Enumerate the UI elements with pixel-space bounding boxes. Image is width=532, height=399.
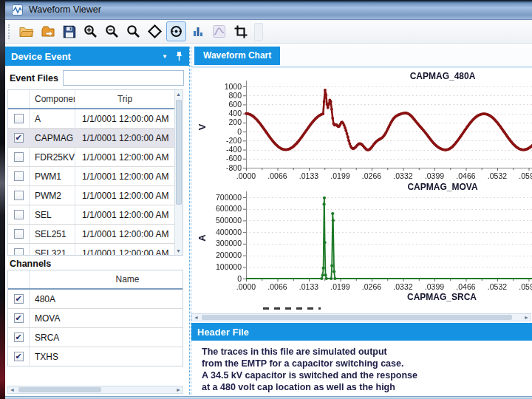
waveform-viewer-window: Waveform Viewer	[0, 0, 532, 399]
tab-waveform-chart[interactable]: Waveform Chart	[194, 47, 280, 65]
row-checkbox[interactable]: ✔	[14, 294, 24, 304]
pan-center-icon[interactable]	[166, 21, 186, 41]
row-checkbox[interactable]: ✔	[14, 133, 24, 143]
zoom-out-icon[interactable]	[102, 21, 122, 41]
window-title: Waveform Viewer	[29, 4, 101, 15]
header-file-line: A 34.5 kV capacitor is switched and the …	[202, 369, 532, 381]
floppy-glyph	[62, 24, 77, 39]
header-file-text: The traces in this file are simulated ou…	[191, 341, 532, 398]
header-file-title: Header File	[197, 327, 249, 338]
table-row[interactable]: ✔TXHS	[8, 347, 183, 366]
tab-strip: Waveform Chart	[191, 47, 532, 66]
scroll-thumb[interactable]	[18, 387, 101, 392]
device-event-header[interactable]: Device Event ▼	[5, 47, 189, 66]
component-cell: SEL251	[29, 225, 75, 243]
header-file-line: The traces in this file are simulated ou…	[202, 346, 532, 358]
table-row[interactable]: ✔MOVA	[8, 309, 183, 328]
table-row[interactable]: FDR25KV1/1/0001 12:00:00 AM	[8, 148, 183, 167]
component-cell: CAPMAG	[29, 129, 75, 147]
open-file-icon[interactable]	[16, 21, 36, 41]
scroll-thumb[interactable]	[202, 315, 512, 320]
clipped-chart-dashes	[263, 307, 321, 310]
scroll-right-icon[interactable]: ►	[176, 387, 181, 392]
header-file-section: Header File The traces in this file are …	[191, 323, 532, 395]
row-checkbox[interactable]	[14, 191, 24, 200]
left-panel-horizontal-scrollbar[interactable]: ◄ ►	[7, 386, 183, 394]
row-checkbox[interactable]	[14, 248, 24, 256]
chart-horizontal-scrollbar[interactable]: ◄ ►	[191, 313, 531, 321]
column-header-trip[interactable]: Trip	[75, 90, 174, 108]
channels-table-header[interactable]: Name	[8, 270, 183, 290]
device-event-panel: Device Event ▼ Event Files Component Tri…	[5, 47, 190, 395]
scroll-thumb[interactable]	[176, 100, 182, 205]
table-row[interactable]: SEL1/1/0001 12:00:00 AM	[8, 205, 183, 225]
column-header-component[interactable]: Component	[29, 90, 75, 108]
row-checkbox[interactable]	[14, 152, 24, 162]
component-cell: FDR25KV	[29, 148, 75, 166]
scroll-down-icon[interactable]: ▼	[176, 248, 181, 253]
header-file-titlebar[interactable]: Header File	[191, 323, 532, 341]
table-row[interactable]: SEL2511/1/0001 12:00:00 AM	[8, 225, 183, 244]
component-cell: PWM2	[29, 186, 75, 205]
header-file-line: from the EMTP for a capacitor switching …	[202, 358, 532, 369]
window-bottom-border	[5, 396, 532, 399]
row-checkbox[interactable]	[14, 210, 24, 219]
header-file-line: at a 480 volt cap location as well as th…	[202, 381, 532, 393]
crop-icon[interactable]	[231, 21, 250, 41]
components-table-header[interactable]: Component Trip	[8, 90, 183, 109]
trip-cell: 1/1/0001 12:00:00 AM	[75, 109, 174, 128]
zoom-in-icon[interactable]	[81, 21, 100, 41]
table-row[interactable]: ✔SRCA	[8, 328, 183, 347]
save-icon[interactable]	[59, 21, 79, 41]
zoom-icon[interactable]	[123, 21, 143, 41]
folder-open-glyph	[18, 24, 34, 39]
scroll-left-icon[interactable]: ◄	[10, 387, 15, 392]
row-checkbox[interactable]	[14, 114, 24, 123]
pin-icon[interactable]	[175, 51, 183, 61]
component-cell: SEL321	[29, 244, 75, 256]
toolbar-grip[interactable]	[8, 24, 11, 39]
component-cell: A	[29, 109, 75, 128]
open-event-icon[interactable]	[38, 21, 58, 41]
table-row[interactable]: ✔480A	[8, 290, 183, 309]
toolbar	[5, 20, 532, 44]
event-files-input[interactable]	[63, 70, 184, 86]
fit-diamond-icon[interactable]	[145, 21, 165, 41]
table-row[interactable]: PWM21/1/0001 12:00:00 AM	[8, 186, 183, 205]
channels-table: Name ✔480A✔MOVA✔SRCA✔TXHS	[7, 270, 183, 366]
components-table: Component Trip A1/1/0001 12:00:00 AM✔CAP…	[7, 89, 183, 256]
table-row[interactable]: ✔CAPMAG1/1/0001 12:00:00 AM	[8, 129, 183, 148]
magnifier-glyph	[126, 24, 141, 39]
app-icon	[12, 4, 23, 16]
toolbar-overflow-button[interactable]	[254, 23, 263, 41]
chart-capmag-mova[interactable]	[191, 180, 532, 294]
column-header-name[interactable]: Name	[29, 270, 183, 288]
magnifier-minus-glyph	[104, 24, 120, 39]
row-checkbox[interactable]	[14, 171, 24, 181]
bar-chart-glyph	[191, 24, 205, 39]
scroll-right-icon[interactable]: ►	[524, 315, 529, 320]
component-cell: SEL	[29, 205, 75, 224]
chart-capmag-480a[interactable]	[191, 69, 532, 183]
row-checkbox[interactable]: ✔	[14, 352, 24, 361]
desktop-background-strip	[0, 0, 5, 399]
table-row[interactable]: PWM11/1/0001 12:00:00 AM	[8, 167, 183, 186]
chart-preview-icon[interactable]	[209, 21, 229, 41]
trip-cell: 1/1/0001 12:00:00 AM	[75, 225, 174, 243]
tab-underline	[191, 66, 532, 68]
row-checkbox[interactable]: ✔	[14, 332, 24, 342]
scroll-up-icon[interactable]: ▲	[176, 92, 181, 97]
row-checkbox[interactable]	[14, 229, 24, 239]
components-vertical-scrollbar[interactable]: ▲ ▼	[174, 90, 183, 255]
channels-label: Channels	[10, 259, 51, 269]
crop-glyph	[233, 24, 248, 39]
table-row[interactable]: A1/1/0001 12:00:00 AM	[8, 109, 183, 129]
chevron-down-icon[interactable]: ▼	[162, 53, 168, 60]
bar-chart-icon[interactable]	[188, 21, 208, 41]
components-rows: A1/1/0001 12:00:00 AM✔CAPMAG1/1/0001 12:…	[8, 109, 183, 256]
row-checkbox[interactable]: ✔	[14, 313, 24, 323]
table-row[interactable]: SEL3211/1/0001 12:00:00 AM	[8, 244, 183, 256]
scroll-left-icon[interactable]: ◄	[194, 315, 199, 320]
title-bar[interactable]: Waveform Viewer	[5, 0, 532, 20]
magnifier-plus-glyph	[83, 24, 98, 39]
